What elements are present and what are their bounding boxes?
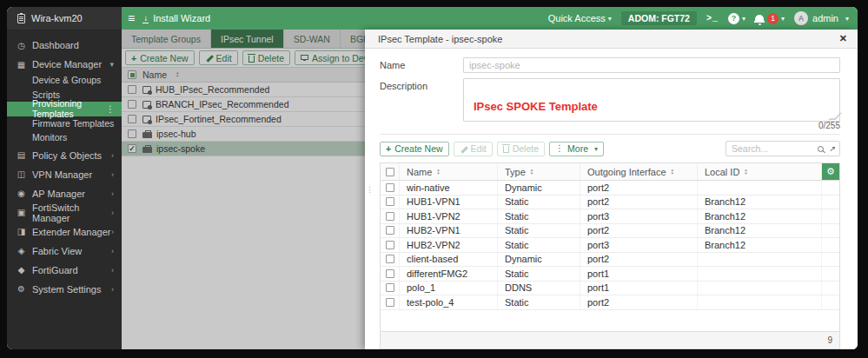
tunnel-local-id: Branch12 <box>698 224 822 238</box>
notifications-menu[interactable]: 1 ▾ <box>755 13 785 24</box>
column-header-local-id[interactable]: Local ID ▲▼ <box>698 163 822 180</box>
row-checkbox[interactable] <box>386 298 394 307</box>
device-host-label: Wira-kvm20 <box>7 7 122 30</box>
column-header-outgoing-interface[interactable]: Outgoing Interface ▲▼ <box>580 163 698 180</box>
sidebar-item-label: System Settings <box>32 284 101 295</box>
row-checkbox[interactable] <box>386 183 394 192</box>
quick-access-menu[interactable]: Quick Access ▾ <box>548 13 612 23</box>
sidebar-item-firmware-templates[interactable]: Firmware Templates <box>7 116 122 131</box>
sidebar-item-fabric-view[interactable]: ◈ Fabric View › <box>7 242 122 260</box>
tunnel-outgoing-interface: port3 <box>580 209 698 223</box>
row-checkbox[interactable] <box>386 197 394 206</box>
dialog-edit-button[interactable]: Edit <box>454 142 493 156</box>
chevron-down-icon: ▾ <box>594 145 598 153</box>
dialog-toolbar: + Create New Edit Delete ⋮ More ▾ <box>365 135 858 161</box>
app-body: ◷ Dashboard ▦ Device Manager ▾ Device & … <box>7 30 858 349</box>
chevron-down-icon: ▾ <box>781 15 785 23</box>
sidebar-item-extender-manager[interactable]: ◨ Extender Manager › <box>7 223 122 241</box>
dialog-create-new-button[interactable]: + Create New <box>380 142 449 156</box>
sidebar-item-monitors[interactable]: Monitors <box>7 130 122 145</box>
dashboard-icon: ◷ <box>16 41 27 50</box>
download-icon: ↓ <box>142 14 149 23</box>
adom-selector[interactable]: ADOM: FGT72 <box>621 11 697 25</box>
chevron-down-icon: ▾ <box>845 15 849 23</box>
sidebar-item-system-settings[interactable]: ⚙ System Settings › <box>7 281 122 298</box>
panel-resize-handle[interactable]: ⋮ <box>366 188 374 191</box>
column-settings-gear-icon[interactable]: ⚙ <box>822 163 839 180</box>
tunnel-row-end <box>822 181 839 195</box>
dialog-delete-button[interactable]: Delete <box>497 142 545 156</box>
row-checkbox[interactable] <box>386 212 394 221</box>
top-bar: Wira-kvm20 ≡ ↓ Install Wizard Quick Acce… <box>7 7 858 30</box>
tunnel-row[interactable]: differentFMG2 Static port1 <box>381 267 839 282</box>
search-input[interactable] <box>732 143 799 154</box>
row-checkbox[interactable] <box>386 255 394 263</box>
row-checkbox[interactable] <box>386 283 394 292</box>
sidebar-item-device-manager[interactable]: ▦ Device Manager ▾ <box>7 56 122 73</box>
column-header-type[interactable]: Type ▲▼ <box>498 163 580 180</box>
sidebar-item-vpn-manager[interactable]: ◫ VPN Manager › <box>7 166 122 183</box>
expand-search-icon[interactable]: ↗ <box>829 144 836 153</box>
cli-console-icon[interactable]: >_ <box>706 14 719 23</box>
tunnel-row[interactable]: test-polo_4 Static port2 <box>381 295 839 310</box>
sidebar-item-label: Device Manager <box>32 59 102 70</box>
policy-objects-icon: ▤ <box>16 150 27 160</box>
tunnel-type: Static <box>498 267 580 281</box>
char-counter: 0/255 <box>380 121 840 130</box>
column-header-name[interactable]: Name ▲▼ <box>400 163 498 180</box>
chevron-icon: › <box>111 266 122 275</box>
help-menu[interactable]: ? ▾ <box>728 13 745 24</box>
tunnel-row[interactable]: HUB1-VPN2 Static port3 Branch12 <box>381 209 839 224</box>
row-checkbox[interactable] <box>386 241 394 249</box>
item-menu-dots-icon[interactable]: ⋮ <box>106 104 122 114</box>
bell-icon <box>755 15 764 23</box>
tunnel-row-end <box>822 238 839 252</box>
chevron-icon: › <box>111 247 122 255</box>
dialog-more-button[interactable]: ⋮ More ▾ <box>549 142 604 156</box>
menu-collapse-icon[interactable]: ≡ <box>122 11 142 25</box>
tunnel-outgoing-interface: port3 <box>580 238 698 252</box>
sidebar-item-dashboard[interactable]: ◷ Dashboard <box>7 36 122 54</box>
chevron-down-icon: ▾ <box>742 15 745 23</box>
description-field[interactable]: IPsec SPOKE Template <box>463 78 840 122</box>
dialog-form: Name Description IPsec SPOKE Template 0/… <box>365 49 858 135</box>
sidebar-item-label: Fabric View <box>32 246 82 256</box>
row-checkbox[interactable] <box>386 269 394 278</box>
tunnel-local-id <box>698 253 822 267</box>
close-icon[interactable]: ✕ <box>839 33 847 44</box>
tunnel-row[interactable]: HUB1-VPN1 Static port2 Branch12 <box>381 196 839 210</box>
fortiguard-icon: ◆ <box>16 265 27 275</box>
fabric-view-icon: ◈ <box>16 246 27 255</box>
tunnel-row[interactable]: win-native Dynamic port2 <box>381 181 839 196</box>
tunnel-row[interactable]: HUB2-VPN2 Static port3 Branch12 <box>381 238 839 253</box>
user-menu[interactable]: A admin ▾ <box>794 11 849 25</box>
tunnel-type: Static <box>498 224 580 238</box>
plus-icon: + <box>386 143 391 154</box>
tunnel-outgoing-interface: port2 <box>580 253 698 267</box>
sidebar-item-ap-manager[interactable]: ◉ AP Manager › <box>7 185 122 202</box>
select-all-checkbox[interactable] <box>386 168 394 176</box>
tunnel-type: Static <box>498 295 580 309</box>
tunnel-row[interactable]: polo_1 DDNS port1 <box>381 282 839 296</box>
tunnel-outgoing-interface: port1 <box>580 282 698 295</box>
name-field[interactable] <box>463 57 840 73</box>
pencil-icon <box>460 145 467 153</box>
search-icon[interactable] <box>818 146 824 152</box>
sidebar-item-policy-objects[interactable]: ▤ Policy & Objects › <box>7 147 122 164</box>
sidebar-item-device-groups[interactable]: Device & Groups <box>7 73 122 88</box>
tunnel-row[interactable]: HUB2-VPN1 Static port2 Branch12 <box>381 224 839 239</box>
avatar: A <box>794 11 808 25</box>
sidebar-item-label: VPN Manager <box>32 169 92 180</box>
dialog-title: IPsec Template - ipsec-spoke <box>378 34 502 44</box>
sidebar-item-fortiguard[interactable]: ◆ FortiGuard › <box>7 262 122 279</box>
sidebar-item-provisioning-templates[interactable]: Provisioning Templates ⋮ <box>7 102 122 116</box>
sidebar-item-label: Dashboard <box>32 40 79 50</box>
row-checkbox[interactable] <box>386 226 394 235</box>
sidebar-item-fortiswitch-manager[interactable]: ▣ FortiSwitch Manager › <box>7 204 122 222</box>
install-wizard-button[interactable]: ↓ Install Wizard <box>142 13 210 23</box>
tunnel-outgoing-interface: port2 <box>580 224 698 238</box>
tunnel-local-id <box>698 282 822 295</box>
tunnel-row[interactable]: client-based Dynamic port2 <box>381 253 839 268</box>
tunnel-local-id <box>698 267 822 281</box>
tunnel-type: Static <box>498 196 580 209</box>
